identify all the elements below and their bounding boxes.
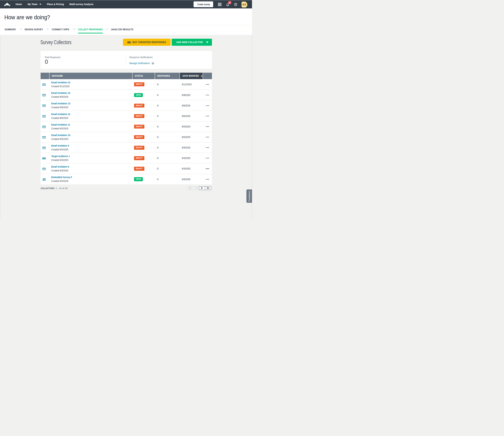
svg-text:?: ? [235, 3, 236, 6]
